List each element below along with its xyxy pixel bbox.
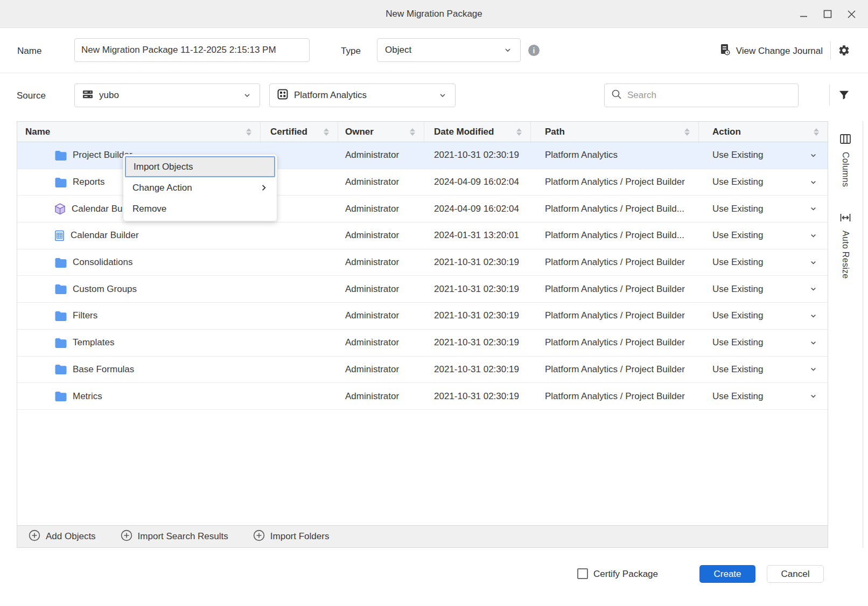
cancel-button[interactable]: Cancel — [767, 565, 824, 583]
titlebar: New Migration Package — [0, 0, 868, 28]
source-divider — [829, 85, 830, 106]
window-controls — [799, 0, 856, 28]
columns-panel-button[interactable]: Columns — [839, 133, 851, 187]
sort-icon[interactable] — [684, 128, 690, 136]
folder-icon — [54, 391, 67, 401]
column-header-owner[interactable]: Owner — [338, 122, 424, 142]
action-dropdown-chevron[interactable] — [809, 311, 818, 321]
import-folders-button[interactable]: Import Folders — [253, 530, 330, 544]
sort-icon[interactable] — [410, 128, 415, 136]
date-modified-value: 2021-10-31 02:30:19 — [424, 150, 531, 161]
info-icon[interactable]: i — [528, 45, 540, 56]
action-dropdown-chevron[interactable] — [809, 231, 818, 240]
action-value: Use Existing — [712, 204, 763, 214]
create-button[interactable]: Create — [699, 565, 755, 583]
source-project-select[interactable]: Platform Analytics — [269, 83, 456, 107]
sort-icon[interactable] — [516, 128, 522, 136]
owner-value: Administrator — [338, 284, 424, 295]
plus-circle-icon — [29, 530, 40, 544]
search-box — [604, 83, 799, 107]
action-value: Use Existing — [712, 284, 763, 295]
cube-icon — [54, 203, 66, 215]
search-input[interactable] — [627, 90, 778, 101]
owner-value: Administrator — [338, 230, 424, 241]
action-dropdown-chevron[interactable] — [809, 284, 818, 294]
table-row[interactable]: Custom Groups Administrator 2021-10-31 0… — [17, 276, 828, 303]
action-dropdown-chevron[interactable] — [809, 204, 818, 213]
date-modified-value: 2021-10-31 02:30:19 — [424, 337, 531, 348]
path-value: Platform Analytics / Project Builder — [531, 257, 699, 268]
auto-resize-button[interactable]: Auto Resize — [839, 212, 851, 279]
table-row[interactable]: Consolidations Administrator 2021-10-31 … — [17, 249, 828, 276]
action-dropdown-chevron[interactable] — [809, 258, 818, 267]
table-header: Name Certified Owner Date Modified Path … — [17, 122, 828, 142]
table-row[interactable]: Templates Administrator 2021-10-31 02:30… — [17, 330, 828, 357]
header-divider — [830, 41, 831, 59]
sort-icon[interactable] — [324, 128, 329, 136]
context-menu-item[interactable]: Remove — [125, 198, 275, 219]
date-modified-value: 2021-10-31 02:30:19 — [424, 310, 531, 321]
view-change-journal-label: View Change Journal — [736, 46, 823, 57]
action-value: Use Existing — [712, 337, 763, 348]
search-icon — [611, 89, 622, 102]
plus-circle-icon — [121, 530, 132, 544]
table-row[interactable]: Base Formulas Administrator 2021-10-31 0… — [17, 357, 828, 384]
columns-icon — [839, 133, 851, 147]
sort-icon[interactable] — [246, 128, 251, 136]
table-row[interactable]: Metrics Administrator 2021-10-31 02:30:1… — [17, 383, 828, 410]
owner-value: Administrator — [338, 337, 424, 348]
type-select-value: Object — [385, 45, 411, 55]
source-label: Source — [17, 90, 46, 101]
header-separator — [0, 73, 868, 73]
action-dropdown-chevron[interactable] — [809, 338, 818, 347]
action-dropdown-chevron[interactable] — [809, 151, 818, 160]
close-icon[interactable] — [846, 9, 856, 19]
import-search-results-button[interactable]: Import Search Results — [121, 530, 228, 544]
auto-resize-label: Auto Resize — [841, 231, 850, 279]
table-row[interactable]: Filters Administrator 2021-10-31 02:30:1… — [17, 303, 828, 330]
object-name: Filters — [73, 310, 97, 321]
name-input[interactable] — [74, 38, 310, 62]
type-select[interactable]: Object — [377, 38, 521, 62]
action-value: Use Existing — [712, 310, 763, 321]
add-objects-button[interactable]: Add Objects — [29, 530, 96, 544]
action-dropdown-chevron[interactable] — [809, 392, 818, 401]
minimize-icon[interactable] — [799, 9, 809, 19]
maximize-icon[interactable] — [823, 9, 832, 19]
action-value: Use Existing — [712, 177, 763, 187]
path-value: Platform Analytics / Project Builder — [531, 284, 699, 295]
context-menu-item[interactable]: Change Action — [125, 177, 275, 198]
column-header-name[interactable]: Name — [17, 122, 261, 142]
filter-icon[interactable] — [838, 89, 850, 101]
owner-value: Administrator — [338, 150, 424, 161]
date-modified-value: 2024-04-09 16:02:04 — [424, 177, 531, 187]
folder-icon — [54, 311, 67, 321]
dialog-title: New Migration Package — [386, 9, 482, 19]
name-label: Name — [17, 46, 41, 57]
gear-icon[interactable] — [838, 44, 850, 57]
sort-icon[interactable] — [814, 128, 819, 136]
owner-value: Administrator — [338, 177, 424, 187]
path-value: Platform Analytics / Project Builder — [531, 364, 699, 375]
view-change-journal-button[interactable]: View Change Journal — [719, 44, 823, 58]
owner-value: Administrator — [338, 310, 424, 321]
date-modified-value: 2021-10-31 02:30:19 — [424, 257, 531, 268]
source-environment-select[interactable]: yubo — [74, 83, 260, 107]
table-row[interactable]: Calendar Builder Administrator 2024-01-3… — [17, 222, 828, 249]
action-dropdown-chevron[interactable] — [809, 178, 818, 187]
column-header-date-modified[interactable]: Date Modified — [424, 122, 531, 142]
context-menu-item[interactable]: Import Objects — [125, 156, 275, 177]
table-empty-area — [17, 410, 828, 525]
column-header-path[interactable]: Path — [531, 122, 699, 142]
project-icon — [277, 89, 288, 102]
certify-checkbox[interactable] — [577, 568, 588, 579]
column-header-action[interactable]: Action — [699, 122, 828, 142]
action-dropdown-chevron[interactable] — [809, 365, 818, 374]
object-name: Calendar Builder — [71, 230, 139, 241]
action-value: Use Existing — [712, 391, 763, 402]
owner-value: Administrator — [338, 364, 424, 375]
object-name: Metrics — [73, 391, 102, 402]
column-header-certified[interactable]: Certified — [261, 122, 338, 142]
auto-resize-icon — [839, 212, 851, 226]
date-modified-value: 2024-04-09 16:02:04 — [424, 204, 531, 214]
